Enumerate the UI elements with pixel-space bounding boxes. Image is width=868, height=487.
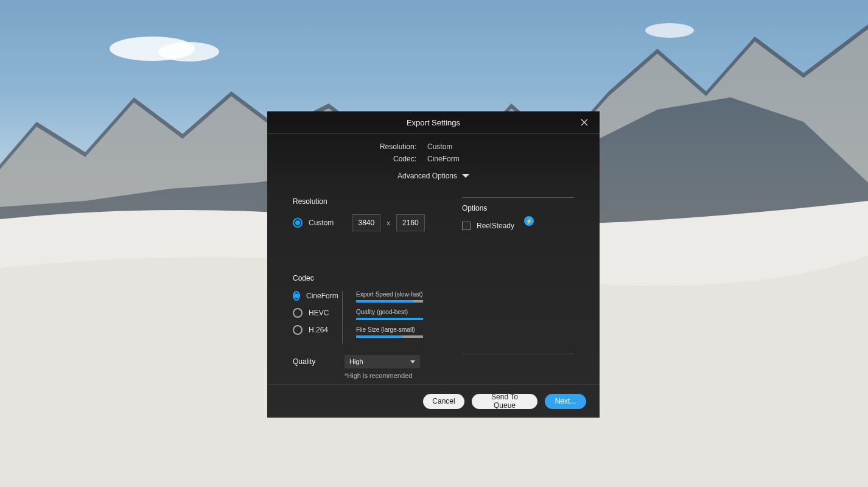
codec-h264-label: H.264 — [309, 326, 328, 334]
resolution-x-separator: x — [387, 219, 390, 226]
dialog-header: Export Settings — [267, 111, 600, 134]
quality-note: *High is recommended — [345, 372, 462, 379]
radio-icon — [293, 218, 303, 228]
quality-select[interactable]: High — [345, 355, 420, 368]
svg-point-1 — [158, 42, 219, 61]
resolution-width-input[interactable] — [352, 214, 380, 231]
meter-quality-label: Quality (good-best) — [356, 309, 462, 315]
resolution-custom-label: Custom — [309, 219, 334, 227]
resolution-height-input[interactable] — [396, 214, 425, 231]
meter-file-size: File Size (large-small) — [356, 326, 462, 338]
resolution-heading: Resolution — [293, 197, 462, 206]
summary-resolution-value: Custom — [427, 142, 452, 151]
close-button[interactable] — [575, 111, 593, 133]
meter-export-speed-label: Export Speed (slow-fast) — [356, 291, 462, 298]
dialog-title: Export Settings — [407, 118, 460, 127]
codec-meters: Export Speed (slow-fast) Quality (good-b… — [354, 291, 462, 344]
advanced-options-label: Advanced Options — [397, 172, 457, 180]
options-heading: Options — [462, 204, 574, 212]
chevron-down-icon — [410, 360, 415, 363]
left-column: Resolution Custom x Codec CineForm — [293, 186, 462, 384]
meter-quality-fill — [356, 318, 423, 320]
codec-heading: Codec — [293, 274, 462, 282]
meter-file-size-label: File Size (large-small) — [356, 326, 462, 333]
reelsteady-label: ReelSteady — [477, 222, 514, 230]
dialog-footer: Cancel Send To Queue Next... — [267, 384, 600, 418]
codec-hevc-radio[interactable]: HEVC — [293, 308, 336, 318]
cancel-button[interactable]: Cancel — [423, 394, 464, 409]
summary-section: Resolution: Custom Codec: CineForm — [267, 134, 600, 172]
chevron-down-icon — [462, 174, 469, 178]
codec-cineform-radio[interactable]: CineForm — [293, 291, 336, 301]
options-divider-bottom — [462, 354, 574, 354]
meter-quality: Quality (good-best) — [356, 309, 462, 320]
quality-selected-value: High — [349, 358, 363, 365]
close-icon — [581, 119, 588, 126]
export-settings-dialog: Export Settings Resolution: Custom Codec… — [267, 111, 600, 418]
radio-icon — [293, 291, 300, 301]
resolution-custom-radio[interactable]: Custom — [293, 218, 334, 228]
quality-heading: Quality — [293, 355, 345, 366]
options-divider-top — [462, 197, 574, 198]
codec-cineform-label: CineForm — [306, 292, 338, 300]
summary-resolution-label: Resolution: — [267, 142, 427, 151]
meter-export-speed: Export Speed (slow-fast) — [356, 291, 462, 303]
summary-codec-label: Codec: — [267, 155, 427, 163]
advanced-options-toggle[interactable]: Advanced Options — [267, 172, 600, 186]
bolt-icon: ⚡ — [524, 216, 534, 226]
dialog-body: Resolution Custom x Codec CineForm — [267, 186, 600, 384]
next-button[interactable]: Next... — [545, 394, 586, 409]
codec-block: CineForm HEVC H.264 Export Speed (slow-f… — [293, 291, 462, 344]
svg-point-0 — [110, 37, 195, 61]
meter-file-size-fill — [356, 335, 402, 338]
meter-export-speed-fill — [356, 300, 413, 303]
reelsteady-checkbox-row[interactable]: ReelSteady ⚡ — [462, 221, 574, 231]
codec-radio-group: CineForm HEVC H.264 — [293, 291, 343, 344]
codec-hevc-label: HEVC — [309, 309, 329, 317]
quality-row: Quality High *High is recommended — [293, 355, 462, 379]
checkbox-icon — [462, 222, 471, 230]
svg-point-2 — [645, 23, 694, 38]
resolution-custom-row: Custom x — [293, 214, 462, 231]
radio-icon — [293, 308, 303, 318]
codec-h264-radio[interactable]: H.264 — [293, 325, 336, 335]
summary-codec-value: CineForm — [427, 155, 460, 163]
radio-icon — [293, 325, 303, 335]
send-to-queue-button[interactable]: Send To Queue — [472, 394, 537, 409]
right-column: Options ReelSteady ⚡ — [462, 186, 574, 384]
